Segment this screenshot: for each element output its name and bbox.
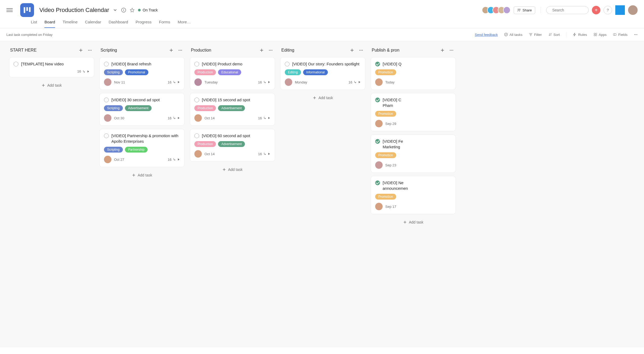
task-card[interactable]: [VIDEO] 15 second ad spot ProductionAdve…: [190, 93, 275, 126]
tag[interactable]: Informational: [303, 69, 328, 75]
create-button[interactable]: +: [592, 6, 600, 14]
task-card[interactable]: [VIDEO] 60 second ad spot ProductionAdve…: [190, 129, 275, 162]
tab-board[interactable]: Board: [44, 20, 55, 28]
complete-checkbox[interactable]: [375, 139, 380, 144]
complete-checkbox[interactable]: [104, 62, 109, 66]
tab-dashboard[interactable]: Dashboard: [108, 20, 128, 28]
tag[interactable]: Scripting: [104, 147, 123, 153]
task-card[interactable]: [VIDEO] Our story: Founders spotlight Ed…: [280, 57, 365, 90]
column-title[interactable]: Publish & pron: [372, 48, 399, 53]
apps-button[interactable]: Apps: [593, 33, 607, 37]
tag[interactable]: Scripting: [104, 105, 123, 111]
avatar-stack[interactable]: [482, 6, 511, 14]
column-title[interactable]: START HERE: [10, 48, 37, 53]
tag[interactable]: Production: [194, 69, 216, 75]
complete-checkbox[interactable]: [104, 133, 109, 138]
complete-checkbox[interactable]: [194, 98, 199, 102]
send-feedback-link[interactable]: Send feedback: [475, 33, 498, 37]
tag[interactable]: Partnership: [125, 147, 148, 153]
share-button[interactable]: Share: [514, 6, 535, 14]
task-card[interactable]: [VIDEO] CPham Promotion Sep 29: [371, 93, 456, 131]
complete-checkbox[interactable]: [285, 62, 290, 66]
star-icon[interactable]: [129, 7, 135, 13]
assignee-avatar[interactable]: [375, 161, 383, 169]
tab-progress[interactable]: Progress: [136, 20, 152, 28]
add-card-button[interactable]: [439, 47, 446, 53]
tag[interactable]: Promotion: [375, 194, 396, 200]
tag[interactable]: Promotional: [125, 69, 148, 75]
rules-button[interactable]: Rules: [573, 33, 587, 37]
column-more-button[interactable]: [448, 47, 455, 53]
add-task-button[interactable]: Add task: [371, 217, 456, 227]
column-title[interactable]: Scripting: [101, 48, 117, 53]
add-card-button[interactable]: [258, 47, 265, 53]
column-title[interactable]: Editing: [281, 48, 294, 53]
sort-button[interactable]: Sort: [548, 33, 560, 37]
add-task-button[interactable]: Add task: [280, 93, 365, 103]
add-card-button[interactable]: [168, 47, 174, 53]
assignee-avatar[interactable]: [104, 114, 111, 122]
chevron-down-icon[interactable]: [112, 7, 118, 13]
complete-checkbox[interactable]: [375, 62, 380, 66]
task-card[interactable]: [TEMPLATE] New video 16: [9, 57, 94, 77]
task-card[interactable]: [VIDEO] Partnership & promotion with Apo…: [99, 129, 185, 167]
add-card-button[interactable]: [78, 47, 84, 53]
complete-checkbox[interactable]: [104, 98, 109, 102]
tag[interactable]: Promotion: [375, 111, 396, 117]
status-pill[interactable]: On Track: [138, 8, 158, 12]
tag[interactable]: Promotion: [375, 152, 396, 158]
tag[interactable]: Promotion: [375, 69, 396, 75]
assignee-avatar[interactable]: [194, 150, 202, 158]
complete-checkbox[interactable]: [375, 180, 380, 185]
help-button[interactable]: ?: [604, 6, 612, 14]
tag[interactable]: Advertisement: [218, 141, 245, 147]
tag[interactable]: Production: [194, 141, 216, 147]
task-card[interactable]: [VIDEO] 30 second ad spot ScriptingAdver…: [99, 93, 185, 126]
column-more-button[interactable]: [267, 47, 274, 53]
column-more-button[interactable]: [358, 47, 364, 53]
task-card[interactable]: [VIDEO] Brand refresh ScriptingPromotion…: [99, 57, 185, 90]
complete-checkbox[interactable]: [14, 62, 18, 66]
tag[interactable]: Production: [194, 105, 216, 111]
assignee-avatar[interactable]: [194, 114, 202, 122]
tag[interactable]: Advertisement: [218, 105, 245, 111]
complete-checkbox[interactable]: [194, 133, 199, 138]
tab-timeline[interactable]: Timeline: [62, 20, 77, 28]
complete-checkbox[interactable]: [194, 62, 199, 66]
complete-checkbox[interactable]: [375, 98, 380, 102]
assignee-avatar[interactable]: [375, 203, 383, 210]
info-icon[interactable]: [121, 7, 126, 13]
app-square[interactable]: [615, 5, 625, 15]
tab-list[interactable]: List: [31, 20, 37, 28]
task-card[interactable]: [VIDEO] Product demo ProductionEducation…: [190, 57, 275, 90]
task-card[interactable]: [VIDEO] Q Promotion Today: [371, 57, 456, 90]
assignee-avatar[interactable]: [375, 120, 383, 127]
page-title[interactable]: Video Production Calendar: [39, 7, 109, 14]
user-avatar[interactable]: [628, 5, 638, 15]
assignee-avatar[interactable]: [375, 78, 383, 86]
add-task-button[interactable]: Add task: [99, 170, 185, 180]
tab-forms[interactable]: Forms: [159, 20, 170, 28]
assignee-avatar[interactable]: [194, 78, 202, 86]
fields-button[interactable]: Fields: [613, 33, 628, 37]
tag[interactable]: Scripting: [104, 69, 123, 75]
add-task-button[interactable]: Add task: [190, 165, 275, 174]
tab-more[interactable]: More…: [178, 20, 191, 28]
task-card[interactable]: [VIDEO] FeMarketing Promotion Sep 23: [371, 134, 456, 173]
add-card-button[interactable]: [349, 47, 355, 53]
column-title[interactable]: Production: [191, 48, 211, 53]
assignee-avatar[interactable]: [104, 78, 111, 86]
assignee-avatar[interactable]: [285, 78, 292, 86]
filter-button[interactable]: Filter: [529, 33, 542, 37]
all-tasks-button[interactable]: All tasks: [504, 33, 522, 37]
menu-toggle[interactable]: [6, 7, 13, 13]
member-avatar[interactable]: [503, 6, 511, 14]
add-task-button[interactable]: Add task: [9, 81, 94, 90]
task-card[interactable]: [VIDEO] Neannouncemen Promotion Sep 17: [371, 176, 456, 214]
assignee-avatar[interactable]: [104, 156, 111, 163]
search-box[interactable]: [546, 6, 589, 14]
tag[interactable]: Advertisement: [125, 105, 152, 111]
more-options-button[interactable]: [634, 33, 638, 36]
tag[interactable]: Editing: [285, 69, 301, 75]
project-icon[interactable]: [20, 3, 34, 17]
